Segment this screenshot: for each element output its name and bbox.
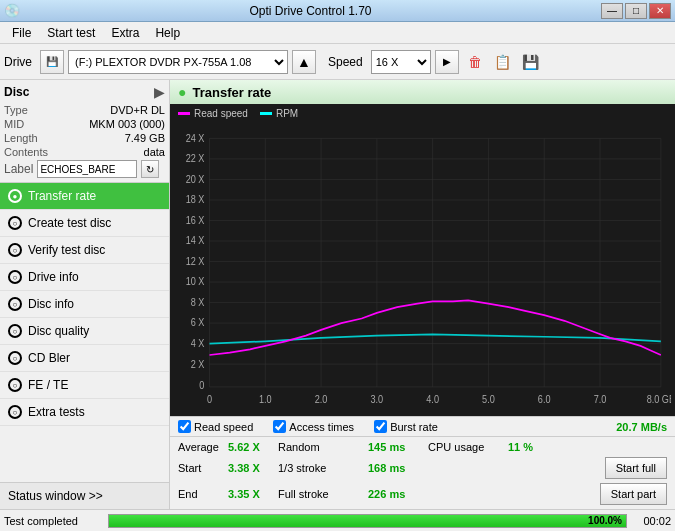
read-speed-checkbox-item: Read speed — [178, 420, 253, 433]
nav-item-fe-te[interactable]: ○ FE / TE — [0, 372, 169, 399]
cd-bler-icon: ○ — [8, 351, 22, 365]
legend-rpm: RPM — [260, 108, 298, 119]
read-speed-color — [178, 112, 190, 115]
nav-label-transfer-rate: Transfer rate — [28, 189, 96, 203]
svg-text:4 X: 4 X — [191, 338, 205, 350]
maximize-button[interactable]: □ — [625, 3, 647, 19]
svg-text:2.0: 2.0 — [315, 393, 328, 405]
stats-row-3: End 3.35 X Full stroke 226 ms Start part — [178, 481, 667, 507]
start-part-button[interactable]: Start part — [600, 483, 667, 505]
menu-start-test[interactable]: Start test — [39, 24, 103, 42]
nav-item-transfer-rate[interactable]: ● Transfer rate — [0, 183, 169, 210]
title-icon: 💿 — [4, 3, 20, 18]
read-speed-checkbox[interactable] — [178, 420, 191, 433]
access-times-checkbox-item: Access times — [273, 420, 354, 433]
svg-text:6.0: 6.0 — [538, 393, 551, 405]
rpm-color — [260, 112, 272, 115]
svg-text:5.0: 5.0 — [482, 393, 495, 405]
nav-label-disc-info: Disc info — [28, 297, 74, 311]
disc-type-label: Type — [4, 104, 28, 116]
transfer-rate-icon: ● — [8, 189, 22, 203]
nav-item-drive-info[interactable]: ○ Drive info — [0, 264, 169, 291]
chart-header: ● Transfer rate — [170, 80, 675, 104]
legend-read-speed: Read speed — [178, 108, 248, 119]
end-label: End — [178, 488, 228, 500]
drive-select[interactable]: (F:) PLEXTOR DVDR PX-755A 1.08 — [68, 50, 288, 74]
burst-rate-checkbox-item: Burst rate — [374, 420, 438, 433]
random-label: Random — [278, 441, 368, 453]
svg-text:10 X: 10 X — [186, 276, 205, 288]
speed-select[interactable]: 16 X 8 X 4 X Max — [371, 50, 431, 74]
chart-legend: Read speed RPM — [170, 104, 675, 123]
minimize-button[interactable]: — — [601, 3, 623, 19]
nav-item-create-test-disc[interactable]: ○ Create test disc — [0, 210, 169, 237]
menu-file[interactable]: File — [4, 24, 39, 42]
checkbox-row: Read speed Access times Burst rate 20.7 … — [170, 416, 675, 436]
disc-arrow-icon[interactable]: ▶ — [154, 84, 165, 100]
svg-rect-0 — [174, 127, 671, 412]
svg-text:0: 0 — [207, 393, 213, 405]
nav-label-fe-te: FE / TE — [28, 378, 68, 392]
nav-item-extra-tests[interactable]: ○ Extra tests — [0, 399, 169, 426]
extra-tests-icon: ○ — [8, 405, 22, 419]
chart-title: Transfer rate — [192, 85, 271, 100]
legend-rpm-label: RPM — [276, 108, 298, 119]
close-button[interactable]: ✕ — [649, 3, 671, 19]
refresh-label-button[interactable]: ↻ — [141, 160, 159, 178]
erase-button[interactable]: 🗑 — [463, 50, 487, 74]
menu-help[interactable]: Help — [147, 24, 188, 42]
toolbar: Drive 💾 (F:) PLEXTOR DVDR PX-755A 1.08 ▲… — [0, 44, 675, 80]
nav-item-disc-info[interactable]: ○ Disc info — [0, 291, 169, 318]
drive-icon-btn[interactable]: 💾 — [40, 50, 64, 74]
main-content: Disc ▶ Type DVD+R DL MID MKM 003 (000) L… — [0, 80, 675, 509]
disc-mid-row: MID MKM 003 (000) — [4, 118, 165, 130]
svg-text:8.0 GB: 8.0 GB — [647, 393, 671, 405]
access-times-checkbox[interactable] — [273, 420, 286, 433]
disc-contents-label: Contents — [4, 146, 48, 158]
stats-section: Average 5.62 X Random 145 ms CPU usage 1… — [170, 436, 675, 509]
read-speed-checkbox-label: Read speed — [194, 421, 253, 433]
disc-label-input[interactable] — [37, 160, 137, 178]
disc-quality-icon: ○ — [8, 324, 22, 338]
progress-container: 100.0% — [108, 514, 627, 528]
start-label: Start — [178, 462, 228, 474]
svg-text:8 X: 8 X — [191, 296, 205, 308]
chart-svg: 24 X 22 X 20 X 18 X 16 X 14 X 12 X 10 X … — [174, 127, 671, 412]
stroke13-label: 1/3 stroke — [278, 462, 368, 474]
disc-info-icon: ○ — [8, 297, 22, 311]
stroke13-value: 168 ms — [368, 462, 428, 474]
average-value: 5.62 X — [228, 441, 278, 453]
nav-item-disc-quality[interactable]: ○ Disc quality — [0, 318, 169, 345]
drive-info-icon: ○ — [8, 270, 22, 284]
status-window-button[interactable]: Status window >> — [0, 482, 169, 509]
nav-item-cd-bler[interactable]: ○ CD Bler — [0, 345, 169, 372]
right-panel: ● Transfer rate Read speed RPM — [170, 80, 675, 509]
menu-extra[interactable]: Extra — [103, 24, 147, 42]
speed-label: Speed — [328, 55, 363, 69]
go-button[interactable]: ▶ — [435, 50, 459, 74]
disc-contents-value: data — [144, 146, 165, 158]
stats-row-2: Start 3.38 X 1/3 stroke 168 ms Start ful… — [178, 455, 667, 481]
svg-text:24 X: 24 X — [186, 132, 205, 144]
eject-button[interactable]: ▲ — [292, 50, 316, 74]
end-value: 3.35 X — [228, 488, 278, 500]
copy-button[interactable]: 📋 — [491, 50, 515, 74]
fe-te-icon: ○ — [8, 378, 22, 392]
nav-label-create-test-disc: Create test disc — [28, 216, 111, 230]
nav-label-disc-quality: Disc quality — [28, 324, 89, 338]
start-full-button[interactable]: Start full — [605, 457, 667, 479]
progress-bar-section: Test completed 100.0% 00:02 — [0, 509, 675, 531]
verify-test-disc-icon: ○ — [8, 243, 22, 257]
nav-label-cd-bler: CD Bler — [28, 351, 70, 365]
legend-read-speed-label: Read speed — [194, 108, 248, 119]
svg-text:22 X: 22 X — [186, 153, 205, 165]
burst-rate-checkbox[interactable] — [374, 420, 387, 433]
disc-header: Disc ▶ — [4, 84, 165, 100]
save-button[interactable]: 💾 — [519, 50, 543, 74]
svg-text:14 X: 14 X — [186, 235, 205, 247]
nav-item-verify-test-disc[interactable]: ○ Verify test disc — [0, 237, 169, 264]
chart-area: 24 X 22 X 20 X 18 X 16 X 14 X 12 X 10 X … — [170, 123, 675, 416]
svg-text:2 X: 2 X — [191, 358, 205, 370]
cpu-usage-value: 11 % — [508, 441, 548, 453]
disc-contents-row: Contents data — [4, 146, 165, 158]
